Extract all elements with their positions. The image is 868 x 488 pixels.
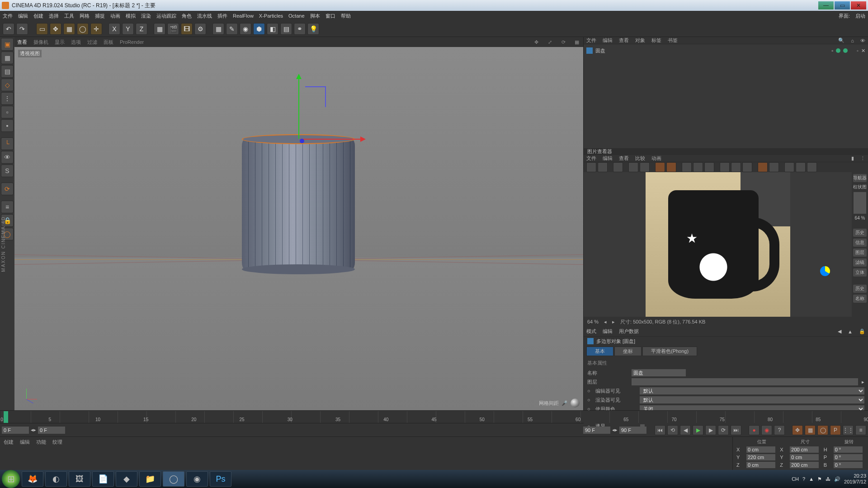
end-frame-a-input[interactable] (583, 427, 610, 434)
pv-nav-tab[interactable]: 导航器 (853, 174, 867, 182)
pv-tool10-icon[interactable] (731, 162, 741, 172)
menu-motiontrack[interactable]: 运动跟踪 (156, 13, 176, 19)
coord-p-rot[interactable] (834, 454, 863, 460)
menu-xparticles[interactable]: X-Particles (259, 13, 283, 19)
coord-b-rot[interactable] (834, 462, 863, 468)
view-nav-toggle-icon[interactable]: ▦ (573, 38, 580, 46)
pv-tool3-icon[interactable] (640, 162, 650, 172)
pv-open-icon[interactable] (586, 162, 596, 172)
coord-y-pos[interactable] (746, 454, 775, 460)
prev-key-button[interactable]: ⟲ (667, 425, 678, 435)
taskbar-app7[interactable]: ◉ (186, 471, 208, 487)
tray-clock[interactable]: 20:23 2019/7/12 (844, 473, 866, 485)
tray-ime[interactable]: CH (792, 476, 799, 482)
menu-simulate[interactable]: 模拟 (126, 13, 136, 19)
menu-mesh[interactable]: 网格 (80, 13, 90, 19)
pv-tool4-icon[interactable] (655, 162, 665, 172)
close-button[interactable]: ✕ (851, 1, 866, 9)
obj-menu-view[interactable]: 查看 (619, 37, 629, 44)
coord-z-size[interactable] (790, 462, 819, 468)
view-tab-cameras[interactable]: 摄像机 (33, 39, 48, 46)
pv-tool12-icon[interactable] (758, 162, 768, 172)
add-environment-button[interactable]: ▤ (280, 23, 292, 35)
attr-editorvis-select[interactable]: 默认 (640, 387, 864, 394)
add-camera-button[interactable]: ⚭ (294, 23, 306, 35)
menu-create[interactable]: 创建 (33, 13, 43, 19)
view-tab-panel[interactable]: 面板 (104, 39, 113, 46)
view-tab-filter[interactable]: 过滤 (87, 39, 97, 46)
minimize-button[interactable]: — (818, 1, 834, 9)
add-cube-button[interactable]: ▦ (212, 23, 224, 35)
disc-object[interactable] (242, 134, 355, 274)
object-manager[interactable]: 圆盘 ▫ ◦ ✕ (584, 44, 868, 148)
menu-character[interactable]: 角色 (182, 13, 192, 19)
edge-mode-button[interactable]: ▫ (1, 106, 14, 118)
object-name[interactable]: 圆盘 (595, 47, 829, 54)
pv-tool6-icon[interactable] (682, 162, 692, 172)
polygon-mode-button[interactable]: ▪ (1, 119, 14, 132)
view-nav-rotate-icon[interactable]: ⟳ (560, 38, 567, 46)
viewport-solo-button[interactable]: 👁 (1, 151, 14, 164)
xaxis-lock[interactable]: X (108, 23, 120, 35)
pv-tool8-icon[interactable] (704, 162, 714, 172)
key-param-button[interactable]: P (830, 425, 841, 435)
taskbar-explorer[interactable]: 📁 (139, 471, 161, 487)
attr-up-icon[interactable]: ▲ (848, 329, 853, 334)
gizmo-z-axis[interactable] (305, 86, 326, 107)
object-row[interactable]: 圆盘 ▫ ◦ ✕ (586, 46, 865, 55)
key-pla-button[interactable]: ⋮⋮ (843, 425, 854, 435)
timeline-playhead[interactable] (4, 411, 8, 423)
undo-button[interactable]: ↶ (3, 23, 14, 35)
pv-menu-edit[interactable]: 编辑 (603, 155, 613, 162)
add-pen-button[interactable]: ✎ (226, 23, 238, 35)
taskbar-c4d[interactable]: ◯ (163, 471, 184, 487)
menu-file[interactable]: 文件 (3, 13, 13, 19)
render-view-button[interactable]: ▦ (154, 23, 165, 35)
pv-menu-icon[interactable]: ⋮ (860, 155, 865, 161)
key-rot-button[interactable]: ◯ (817, 425, 828, 435)
pv-tool2-icon[interactable] (628, 162, 638, 172)
mat-tab-create[interactable]: 创建 (4, 439, 14, 446)
attr-layer-field[interactable] (632, 378, 858, 385)
point-mode-button[interactable]: ⋮ (1, 92, 14, 105)
taskbar-app5[interactable]: ◆ (116, 471, 137, 487)
rotate-tool[interactable]: ◯ (77, 23, 89, 35)
start-button[interactable]: ⊞ (2, 470, 20, 488)
start-frame-input[interactable] (2, 427, 29, 434)
obj-eye-icon[interactable]: 👁 (860, 38, 865, 43)
end-frame-b-input[interactable] (619, 427, 646, 434)
tag-2-icon[interactable]: ✕ (861, 48, 865, 54)
menu-tools[interactable]: 工具 (64, 13, 74, 19)
menu-plugins[interactable]: 插件 (217, 13, 227, 19)
coord-z-pos[interactable] (746, 462, 775, 468)
coord-x-pos[interactable] (746, 446, 775, 453)
zaxis-lock[interactable]: Z (136, 23, 147, 35)
layer-swatch-icon[interactable]: ▫ (831, 48, 833, 53)
render-region-button[interactable]: 🎞 (181, 23, 193, 35)
attr-menu-userdata[interactable]: 用户数据 (619, 328, 639, 335)
pv-tool13-icon[interactable] (769, 162, 779, 172)
pv-history2-tab[interactable]: 历史 (853, 285, 867, 293)
workplane-button[interactable]: ◇ (1, 79, 14, 91)
menu-select[interactable]: 选择 (49, 13, 59, 19)
attr-back-icon[interactable]: ◀ (838, 328, 841, 334)
tray-up-icon[interactable]: ▲ (809, 476, 814, 482)
obj-menu-objects[interactable]: 对象 (635, 37, 645, 44)
pv-info-tab[interactable]: 信息 (853, 239, 867, 247)
maximize-button[interactable]: ▭ (835, 1, 850, 9)
coord-x-size[interactable] (790, 446, 819, 453)
pv-filter-tab[interactable]: 滤镜 (853, 258, 867, 267)
yaxis-lock[interactable]: Y (122, 23, 134, 35)
prev-frame-button[interactable]: ◀ (680, 425, 691, 435)
locked-workplane-button[interactable]: ⟳ (1, 183, 14, 195)
pv-stereo-tab[interactable]: 立体 (853, 268, 867, 277)
attr-tab-phong[interactable]: 平滑着色(Phong) (642, 347, 697, 356)
mat-tab-function[interactable]: 功能 (36, 439, 46, 446)
goto-end-button[interactable]: ⏭ (731, 425, 741, 435)
view-nav-zoom-icon[interactable]: ⤢ (546, 38, 553, 46)
autokey-button[interactable]: ◉ (761, 425, 772, 435)
layer-button[interactable]: ≡ (1, 201, 14, 213)
attr-name-input[interactable] (632, 369, 686, 376)
texture-mode-button[interactable]: ▤ (1, 65, 14, 78)
phong-tag-icon[interactable]: ◦ (857, 48, 859, 53)
